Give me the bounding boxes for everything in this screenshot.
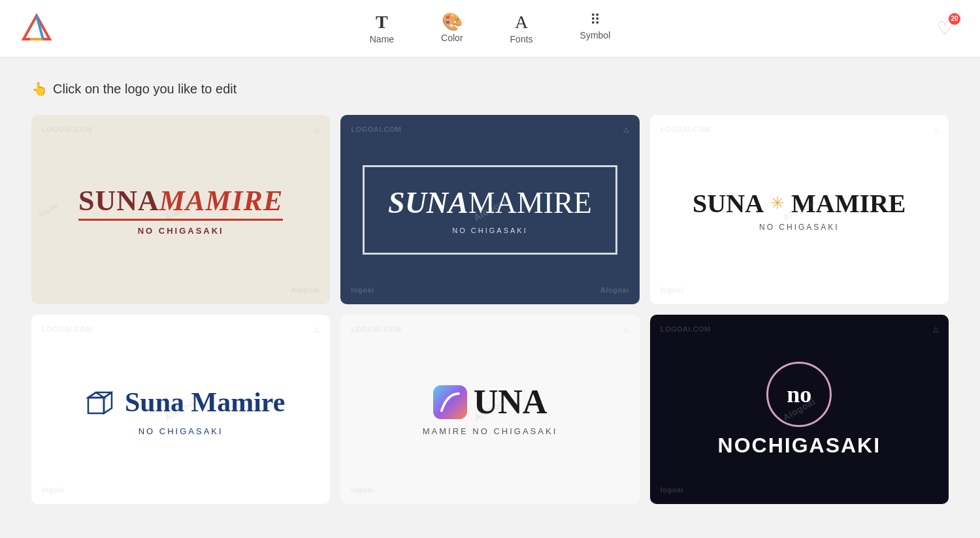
tab-fonts[interactable]: A Fonts [502,8,541,50]
logo-card-6[interactable]: LOGOAI.COM △ Alogoai logoai no NOCHIGASA… [650,315,949,504]
snowflake-icon: ✳ [770,193,785,214]
favorites-button[interactable]: ♡ 20 [930,14,959,43]
cube-icon [76,383,116,422]
gradient-swoosh-icon [433,385,467,419]
logo3-suna: SUNA [693,188,764,219]
logo1-sub: NO CHIGASAKI [138,226,224,236]
logo-5-content: UNA MAMIRE NO CHIGASAKI [423,383,558,436]
logo-card-4[interactable]: LOGOAI.COM △ Alogoai logoai [31,315,330,504]
header: T Name 🎨 Color A Fonts ⠿ Symbol ♡ 20 [0,0,980,57]
color-icon: 🎨 [442,13,463,30]
logo-card-3[interactable]: LOGOAI.COM △ Alogoai logoai SUNA ✳ MAMIR… [650,115,949,304]
main-content: 👆 Click on the logo you like to edit LOG… [0,57,980,528]
tab-symbol[interactable]: ⠿ Symbol [572,8,619,50]
logo-4-content: Suna Mamire NO CHIGASAKI [76,383,285,436]
logo2-mamire: MAMIRE [468,185,592,220]
symbol-icon: ⠿ [590,13,600,27]
logo-6-content: no NOCHIGASAKI [718,362,881,458]
tab-color-label: Color [441,33,463,43]
tab-name[interactable]: T Name [362,8,402,50]
instruction-emoji: 👆 [31,81,48,97]
tab-fonts-label: Fonts [510,34,533,44]
logo6-circle-text: no [787,381,811,408]
logo-2-content: SUNA MAMIRE NO CHIGASAKI [363,165,617,255]
instruction-text: Click on the logo you like to edit [53,82,237,97]
logo2-sub: NO CHIGASAKI [452,227,527,234]
logo5-una: UNA [474,383,547,421]
logo5-sub: MAMIRE NO CHIGASAKI [423,426,558,436]
logo-card-1[interactable]: LOGOAI.COM △ Alogoai logoai Alogoai SUNA… [31,115,330,304]
logo-3-content: SUNA ✳ MAMIRE NO CHIGASAKI [693,188,906,232]
logo6-main-text: NOCHIGASAKI [718,434,881,458]
logo-grid: LOGOAI.COM △ Alogoai logoai Alogoai SUNA… [31,115,949,504]
site-logo[interactable] [21,13,52,44]
circle-no-badge: no [766,362,832,427]
logo4-suna: Suna Mamire [125,387,285,417]
name-icon: T [376,13,388,31]
tab-name-label: Name [370,34,394,44]
fonts-icon: A [515,13,528,31]
logo4-sub: NO CHIGASAKI [139,426,223,436]
tab-color[interactable]: 🎨 Color [433,8,470,50]
page-instruction: 👆 Click on the logo you like to edit [31,81,949,97]
logo-icon [21,13,52,44]
logo2-suna: SUNA [388,185,468,220]
logo-1-content: SUNA MAMIRE NO CHIGASAKI [78,184,283,236]
logo3-mamire: MAMIRE [791,188,906,219]
logo1-mamire: MAMIRE [159,184,283,217]
main-nav: T Name 🎨 Color A Fonts ⠿ Symbol [362,8,619,50]
logo-card-2[interactable]: LOGOAI.COM △ Alogoai logoai Alogoai SUNA… [340,115,639,304]
favorites-count: 20 [949,13,960,25]
logo-card-5[interactable]: LOGOAI.COM △ Alogoai logoai UNA MAMIRE N… [340,315,639,504]
logo3-sub: NO CHIGASAKI [759,223,840,232]
logo1-suna: SUNA [78,184,159,217]
tab-symbol-label: Symbol [580,30,611,40]
svg-rect-3 [88,398,104,413]
